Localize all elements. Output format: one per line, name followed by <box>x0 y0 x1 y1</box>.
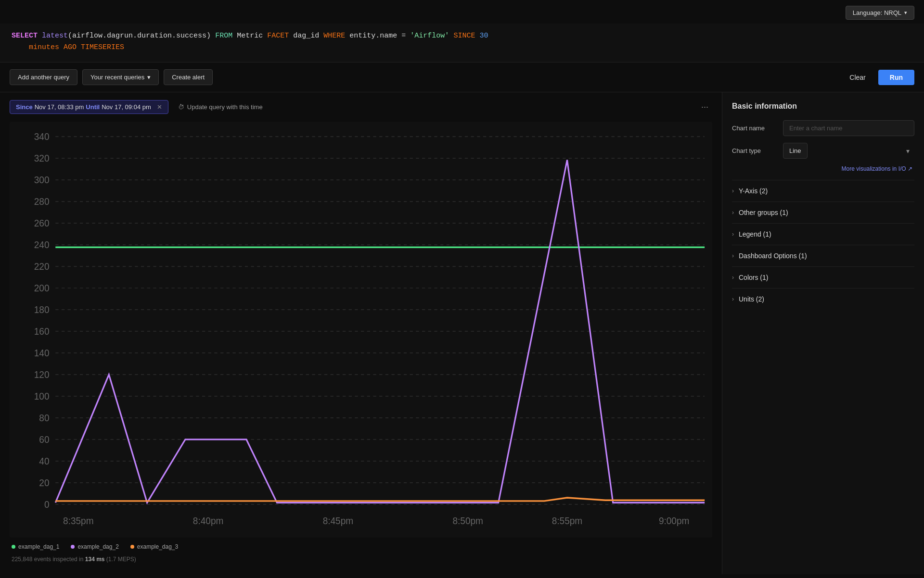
svg-text:60: 60 <box>39 434 49 445</box>
query-text[interactable]: SELECT latest(airflow.dagrun.duration.su… <box>12 30 912 53</box>
language-button[interactable]: Language: NRQL <box>846 6 914 20</box>
facet-field: dag_id <box>293 32 319 40</box>
where-keyword: WHERE <box>323 32 345 40</box>
svg-text:140: 140 <box>34 347 50 358</box>
chart-name-input[interactable] <box>783 120 914 136</box>
string-value: 'Airflow' <box>410 32 449 40</box>
func-keyword: latest <box>42 32 68 40</box>
legend-dot-dag1 <box>12 545 15 549</box>
accordion-colors-header[interactable]: › Colors (1) <box>732 274 914 281</box>
since-keyword: SINCE <box>453 32 475 40</box>
ago-keyword: AGO <box>64 43 77 51</box>
chart-type-label: Chart type <box>732 147 775 154</box>
io-link-prefix: More visualizations in <box>842 165 897 172</box>
since-number: 30 <box>479 32 488 40</box>
svg-text:8:35pm: 8:35pm <box>63 515 93 527</box>
accordion-other-groups-label: Other groups (1) <box>739 209 788 216</box>
chevron-right-icon-5: › <box>732 274 734 281</box>
main-content: Since Nov 17, 08:33 pm Until Nov 17, 09:… <box>0 92 924 574</box>
svg-text:8:50pm: 8:50pm <box>452 515 483 527</box>
accordion-units-header[interactable]: › Units (2) <box>732 295 914 303</box>
chevron-right-icon-2: › <box>732 209 734 216</box>
toolbar: Add another query Your recent queries ▾ … <box>0 63 924 92</box>
time-range-badge[interactable]: Since Nov 17, 08:33 pm Until Nov 17, 09:… <box>10 100 168 114</box>
accordion-colors-label: Colors (1) <box>739 274 768 281</box>
io-link-anchor[interactable]: I/O ↗ <box>898 165 912 172</box>
chart-type-select[interactable]: Line <box>783 143 808 159</box>
close-icon[interactable]: ✕ <box>157 103 162 111</box>
update-query-button[interactable]: ⏱ Update query with this time <box>174 101 267 113</box>
chart-more-button[interactable]: ··· <box>697 102 712 112</box>
accordion-yaxis: › Y-Axis (2) <box>732 180 914 201</box>
svg-text:220: 220 <box>34 261 50 272</box>
stats-time: 134 ms <box>85 556 105 563</box>
accordion-legend-header[interactable]: › Legend (1) <box>732 230 914 238</box>
legend-dot-dag3 <box>130 545 134 549</box>
legend-label-dag2: example_dag_2 <box>77 543 118 550</box>
func-arg: (airflow.dagrun.duration.success) <box>68 32 211 40</box>
chart-controls: Since Nov 17, 08:33 pm Until Nov 17, 09:… <box>10 100 712 114</box>
eq-sign: = <box>401 32 410 40</box>
chart-name-row: Chart name <box>732 120 914 136</box>
accordion-other-groups: › Other groups (1) <box>732 201 914 223</box>
create-alert-button[interactable]: Create alert <box>164 69 213 85</box>
facet-keyword: FACET <box>267 32 289 40</box>
dag3-line <box>55 498 705 501</box>
until-date: Nov 17, 09:04 pm <box>102 103 151 111</box>
accordion-legend: › Legend (1) <box>732 223 914 245</box>
svg-text:340: 340 <box>34 131 50 142</box>
svg-text:200: 200 <box>34 282 50 293</box>
svg-text:0: 0 <box>44 499 50 510</box>
accordion-dashboard-options-label: Dashboard Options (1) <box>739 252 807 260</box>
svg-text:8:45pm: 8:45pm <box>323 515 353 527</box>
svg-text:40: 40 <box>39 455 49 466</box>
accordion-colors: › Colors (1) <box>732 266 914 288</box>
until-label: Until <box>86 103 100 111</box>
accordion-dashboard-options-header[interactable]: › Dashboard Options (1) <box>732 252 914 260</box>
accordion-yaxis-header[interactable]: › Y-Axis (2) <box>732 187 914 195</box>
svg-text:300: 300 <box>34 174 50 185</box>
stats-bar: 225,848 events inspected in 134 ms (1.7 … <box>10 552 712 566</box>
io-link: More visualizations in I/O ↗ <box>732 165 914 172</box>
clear-button[interactable]: Clear <box>842 70 873 85</box>
svg-text:20: 20 <box>39 477 49 488</box>
add-query-button[interactable]: Add another query <box>10 69 77 85</box>
since-date: Nov 17, 08:33 pm <box>35 103 84 111</box>
chevron-right-icon-3: › <box>732 231 734 238</box>
svg-text:280: 280 <box>34 196 50 207</box>
from-kw: FROM <box>215 32 232 40</box>
chevron-right-icon-6: › <box>732 296 734 302</box>
legend-label-dag1: example_dag_1 <box>18 543 59 550</box>
legend-dot-dag2 <box>71 545 75 549</box>
timeseries-keyword: TIMESERIES <box>81 43 124 51</box>
chart-type-select-wrapper: Line <box>783 143 914 159</box>
accordion-dashboard-options: › Dashboard Options (1) <box>732 245 914 266</box>
query-editor: SELECT latest(airflow.dagrun.duration.su… <box>0 24 924 63</box>
chevron-down-icon: ▾ <box>147 74 151 81</box>
stats-prefix: 225,848 events inspected in <box>12 556 83 563</box>
accordion-other-groups-header[interactable]: › Other groups (1) <box>732 209 914 216</box>
accordion-units-label: Units (2) <box>739 295 764 303</box>
svg-text:160: 160 <box>34 326 50 337</box>
select-keyword: SELECT <box>12 32 38 40</box>
legend-item-dag3: example_dag_3 <box>130 543 178 550</box>
svg-text:120: 120 <box>34 369 50 380</box>
chevron-right-icon: › <box>732 188 734 194</box>
where-field: entity.name <box>349 32 397 40</box>
stats-suffix: (1.7 MEPS) <box>106 556 136 563</box>
svg-text:320: 320 <box>34 152 50 163</box>
run-button[interactable]: Run <box>878 70 914 85</box>
chart-type-row: Chart type Line <box>732 143 914 159</box>
legend-item-dag2: example_dag_2 <box>71 543 118 550</box>
svg-text:100: 100 <box>34 390 50 402</box>
legend-label-dag3: example_dag_3 <box>137 543 178 550</box>
accordion-legend-label: Legend (1) <box>739 230 771 238</box>
right-panel: Basic information Chart name Chart type … <box>722 92 924 574</box>
clock-icon: ⏱ <box>178 103 184 111</box>
svg-text:80: 80 <box>39 412 49 423</box>
chart-name-label: Chart name <box>732 125 775 132</box>
svg-text:240: 240 <box>34 239 50 250</box>
legend-item-dag1: example_dag_1 <box>12 543 59 550</box>
recent-queries-button[interactable]: Your recent queries ▾ <box>82 69 159 85</box>
panel-title: Basic information <box>732 102 914 111</box>
